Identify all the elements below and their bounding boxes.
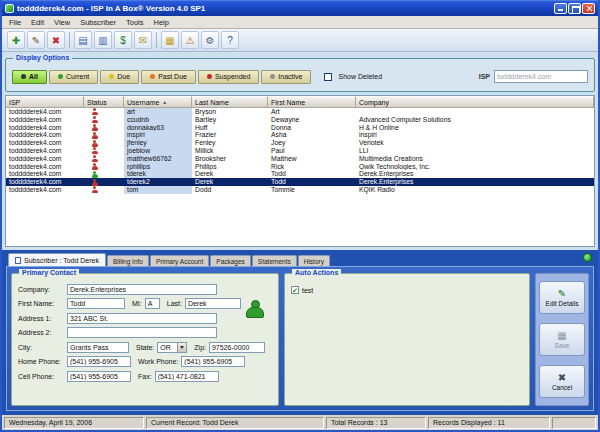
subscriber-status-icon xyxy=(91,171,98,178)
tab-primary-account[interactable]: Primary Account xyxy=(150,255,209,266)
name-row: First Name: MI: Last: xyxy=(18,297,272,312)
filter-current[interactable]: Current xyxy=(49,70,98,84)
menu-help[interactable]: Help xyxy=(149,17,174,28)
table-row[interactable]: todddderek4.comccudnbBartleyDewayneAdvan… xyxy=(6,116,594,124)
menu-view[interactable]: View xyxy=(49,17,75,28)
address1-field[interactable] xyxy=(67,313,217,324)
email-icon[interactable]: ✉ xyxy=(134,31,152,49)
close-button[interactable] xyxy=(582,3,595,14)
tab-billing-info[interactable]: Billing Info xyxy=(107,255,149,266)
status-dot-icon xyxy=(270,74,275,79)
menu-bar: FileEditViewSubscriberToolsHelp xyxy=(2,16,598,29)
filter-due[interactable]: Due xyxy=(100,70,139,84)
city-field[interactable] xyxy=(67,342,129,353)
table-row[interactable]: todddderek4.comjoeblowMillickPaulLLI xyxy=(6,147,594,155)
menu-file[interactable]: File xyxy=(4,17,26,28)
table-row[interactable]: todddderek4.comartBrysonArt xyxy=(6,108,594,116)
last-name-field[interactable] xyxy=(185,298,241,309)
zip-field[interactable] xyxy=(209,342,265,353)
filter-label: Past Due xyxy=(158,73,187,80)
checkbox-checked-icon[interactable]: ✔ xyxy=(291,286,299,294)
subscriber-table: ISPStatusUsername▲Last NameFirst NameCom… xyxy=(5,95,595,247)
filter-past-due[interactable]: Past Due xyxy=(141,70,196,84)
detail-expand-button[interactable] xyxy=(583,253,592,262)
auto-action-item[interactable]: ✔test xyxy=(291,284,523,296)
cell-last-name: Brooksher xyxy=(192,155,268,163)
table-row[interactable]: todddderek4.comtderekDerekToddDerek.Ente… xyxy=(6,170,594,178)
address2-row: Address 2: xyxy=(18,326,272,341)
table-row[interactable]: todddderek4.comdonnakay63HuffDonnaH & H … xyxy=(6,124,594,132)
column-header-first-name[interactable]: First Name xyxy=(268,96,356,108)
delete-subscriber-icon[interactable]: ✖ xyxy=(47,31,65,49)
add-subscriber-icon[interactable]: ✚ xyxy=(7,31,25,49)
isp-label: ISP xyxy=(479,73,490,80)
packages-icon[interactable]: ▦ xyxy=(161,31,179,49)
city-label: City: xyxy=(18,344,64,351)
column-header-username[interactable]: Username▲ xyxy=(124,96,192,108)
home-phone-field[interactable] xyxy=(67,356,131,367)
column-header-company[interactable]: Company xyxy=(356,96,594,108)
cell-status xyxy=(84,131,124,139)
column-header-status[interactable]: Status xyxy=(84,96,124,108)
address2-field[interactable] xyxy=(67,327,217,338)
notes-icon[interactable]: ▥ xyxy=(94,31,112,49)
cell-username: joeblow xyxy=(124,147,192,155)
alerts-icon[interactable]: ⚠ xyxy=(181,31,199,49)
cell-last-name: Dodd xyxy=(192,186,268,194)
table-row[interactable]: todddderek4.comtomDoddTommieKQIK Radio xyxy=(6,186,594,194)
table-row[interactable]: todddderek4.cominspiriFrazierAshainspiri xyxy=(6,131,594,139)
table-row[interactable]: todddderek4.comtderek2DerekToddDerek.Ent… xyxy=(6,178,594,186)
company-field[interactable] xyxy=(67,284,217,295)
edit-details-button[interactable]: ✎Edit Details xyxy=(539,281,585,314)
isp-input[interactable] xyxy=(494,70,588,83)
status-bar: Wednesday, April 19, 2006 Current Record… xyxy=(2,415,598,430)
column-header-isp[interactable]: ISP xyxy=(6,96,84,108)
display-options-inner: AllCurrentDuePast DueSuspendedInactive S… xyxy=(6,59,594,91)
filter-all[interactable]: All xyxy=(12,70,47,84)
app-icon xyxy=(5,4,14,13)
mi-field[interactable] xyxy=(145,298,160,309)
cell-username: rphillips xyxy=(124,163,192,171)
state-select[interactable]: OR xyxy=(157,342,187,353)
menu-tools[interactable]: Tools xyxy=(121,17,149,28)
auto-actions-group: Auto Actions ✔test xyxy=(284,273,530,406)
table-row[interactable]: todddderek4.commatthew66762BrooksherMatt… xyxy=(6,155,594,163)
show-deleted-checkbox[interactable] xyxy=(324,73,332,81)
first-name-field[interactable] xyxy=(67,298,125,309)
sort-arrow-icon: ▲ xyxy=(162,99,167,105)
table-row[interactable]: todddderek4.comrphillipsPhillipsRickQwik… xyxy=(6,163,594,171)
tab-statements[interactable]: Statements xyxy=(252,255,297,266)
tab-packages[interactable]: Packages xyxy=(210,255,251,266)
cell-isp: todddderek4.com xyxy=(6,147,84,155)
home-work-phone-row: Home Phone: Work Phone: xyxy=(18,355,272,370)
cell-phone-field[interactable] xyxy=(67,371,131,382)
subscriber-status-icon xyxy=(91,108,98,115)
cell-username: tderek xyxy=(124,170,192,178)
tab-history[interactable]: History xyxy=(298,255,330,266)
status-dot-icon xyxy=(58,74,63,79)
help-icon[interactable]: ? xyxy=(221,31,239,49)
action-button-label: Edit Details xyxy=(546,300,579,307)
first-name-label: First Name: xyxy=(18,300,64,307)
maximize-button[interactable] xyxy=(568,3,581,14)
detail-tabs: Billing InfoPrimary AccountPackagesState… xyxy=(107,255,330,266)
subscriber-list-icon[interactable]: ▤ xyxy=(74,31,92,49)
cell-isp: todddderek4.com xyxy=(6,170,84,178)
edit-subscriber-icon[interactable]: ✎ xyxy=(27,31,45,49)
menu-edit[interactable]: Edit xyxy=(26,17,49,28)
filter-suspended[interactable]: Suspended xyxy=(198,70,259,84)
save-icon: ▦ xyxy=(557,330,566,341)
menu-subscriber[interactable]: Subscriber xyxy=(75,17,121,28)
cancel-button[interactable]: ✖Cancel xyxy=(539,365,585,398)
billing-icon[interactable]: $ xyxy=(114,31,132,49)
column-header-last-name[interactable]: Last Name xyxy=(192,96,268,108)
city-state-zip-row: City: State: OR Zip: xyxy=(18,340,272,355)
fax-field[interactable] xyxy=(155,371,219,382)
tools-icon[interactable]: ⚙ xyxy=(201,31,219,49)
filter-inactive[interactable]: Inactive xyxy=(261,70,311,84)
work-phone-field[interactable] xyxy=(181,356,245,367)
minimize-button[interactable] xyxy=(554,3,567,14)
table-row[interactable]: todddderek4.comjfenleyFenleyJoeyVeriotek xyxy=(6,139,594,147)
subscriber-tab[interactable]: Subscriber : Todd Derek xyxy=(8,253,106,266)
status-current-record: Current Record: Todd Derek xyxy=(146,417,324,429)
